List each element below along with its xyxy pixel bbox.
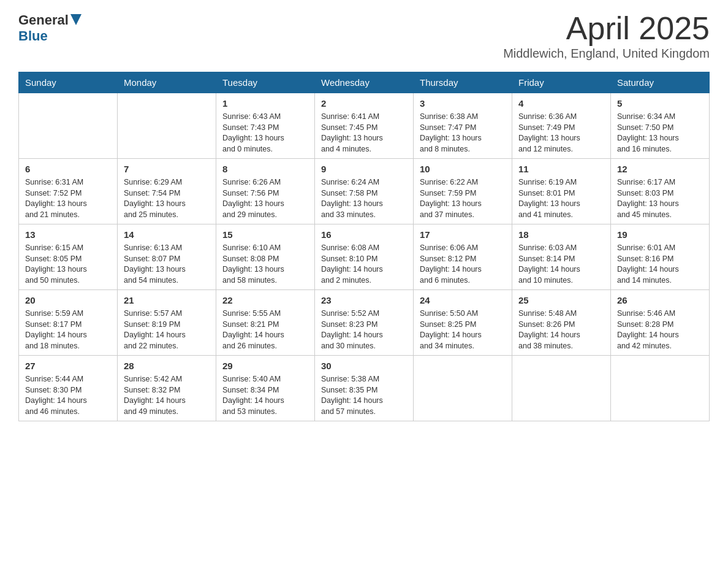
calendar-day-cell: 24Sunrise: 5:50 AMSunset: 8:25 PMDayligh…	[414, 290, 512, 356]
day-number: 16	[321, 228, 407, 241]
svg-marker-0	[70, 14, 82, 25]
calendar-day-cell: 1Sunrise: 6:43 AMSunset: 7:43 PMDaylight…	[216, 93, 315, 159]
calendar-day-cell: 3Sunrise: 6:38 AMSunset: 7:47 PMDaylight…	[414, 93, 512, 159]
day-info: Sunrise: 5:46 AMSunset: 8:28 PMDaylight:…	[617, 308, 703, 351]
day-number: 11	[518, 163, 604, 175]
day-number: 1	[222, 97, 308, 110]
day-number: 30	[321, 359, 407, 372]
day-number: 22	[222, 294, 308, 307]
day-number: 25	[518, 294, 604, 307]
day-info: Sunrise: 5:50 AMSunset: 8:25 PMDaylight:…	[420, 308, 506, 351]
calendar-day-cell: 5Sunrise: 6:34 AMSunset: 7:50 PMDaylight…	[611, 93, 710, 159]
day-info: Sunrise: 5:57 AMSunset: 8:19 PMDaylight:…	[124, 308, 210, 351]
day-info: Sunrise: 6:03 AMSunset: 8:14 PMDaylight:…	[518, 243, 604, 286]
calendar-week-row: 13Sunrise: 6:15 AMSunset: 8:05 PMDayligh…	[19, 224, 710, 290]
day-info: Sunrise: 6:01 AMSunset: 8:16 PMDaylight:…	[617, 243, 703, 286]
calendar-week-row: 27Sunrise: 5:44 AMSunset: 8:30 PMDayligh…	[19, 356, 710, 421]
calendar-day-cell	[611, 356, 710, 421]
calendar-day-cell: 28Sunrise: 5:42 AMSunset: 8:32 PMDayligh…	[118, 356, 216, 421]
weekday-header-friday: Friday	[512, 72, 611, 93]
day-number: 20	[25, 294, 111, 307]
weekday-header-wednesday: Wednesday	[315, 72, 414, 93]
day-number: 23	[321, 294, 407, 307]
day-info: Sunrise: 6:19 AMSunset: 8:01 PMDaylight:…	[518, 177, 604, 220]
day-number: 27	[25, 359, 111, 372]
day-number: 29	[222, 359, 308, 372]
location-subtitle: Middlewich, England, United Kingdom	[503, 47, 710, 61]
weekday-header-monday: Monday	[118, 72, 216, 93]
day-info: Sunrise: 6:34 AMSunset: 7:50 PMDaylight:…	[617, 112, 703, 155]
calendar-week-row: 6Sunrise: 6:31 AMSunset: 7:52 PMDaylight…	[19, 159, 710, 224]
day-number: 15	[222, 228, 308, 241]
calendar-day-cell: 2Sunrise: 6:41 AMSunset: 7:45 PMDaylight…	[315, 93, 414, 159]
day-info: Sunrise: 6:06 AMSunset: 8:12 PMDaylight:…	[420, 243, 506, 286]
calendar-day-cell: 30Sunrise: 5:38 AMSunset: 8:35 PMDayligh…	[315, 356, 414, 421]
day-number: 8	[222, 163, 308, 175]
calendar-day-cell: 12Sunrise: 6:17 AMSunset: 8:03 PMDayligh…	[611, 159, 710, 224]
weekday-header-tuesday: Tuesday	[216, 72, 315, 93]
day-info: Sunrise: 5:59 AMSunset: 8:17 PMDaylight:…	[25, 308, 111, 351]
day-info: Sunrise: 6:43 AMSunset: 7:43 PMDaylight:…	[222, 112, 308, 155]
day-number: 12	[617, 163, 703, 175]
calendar-day-cell: 14Sunrise: 6:13 AMSunset: 8:07 PMDayligh…	[118, 224, 216, 290]
calendar-week-row: 1Sunrise: 6:43 AMSunset: 7:43 PMDaylight…	[19, 93, 710, 159]
day-number: 5	[617, 97, 703, 110]
calendar-day-cell: 25Sunrise: 5:48 AMSunset: 8:26 PMDayligh…	[512, 290, 611, 356]
day-number: 3	[420, 97, 506, 110]
logo: General Blue	[18, 12, 82, 44]
calendar-header-row: SundayMondayTuesdayWednesdayThursdayFrid…	[19, 72, 710, 93]
calendar-table: SundayMondayTuesdayWednesdayThursdayFrid…	[18, 72, 710, 421]
calendar-day-cell: 18Sunrise: 6:03 AMSunset: 8:14 PMDayligh…	[512, 224, 611, 290]
day-info: Sunrise: 6:17 AMSunset: 8:03 PMDaylight:…	[617, 177, 703, 220]
day-number: 10	[420, 163, 506, 175]
logo-blue-text: Blue	[18, 28, 48, 44]
day-info: Sunrise: 6:08 AMSunset: 8:10 PMDaylight:…	[321, 243, 407, 286]
day-info: Sunrise: 5:52 AMSunset: 8:23 PMDaylight:…	[321, 308, 407, 351]
day-info: Sunrise: 6:15 AMSunset: 8:05 PMDaylight:…	[25, 243, 111, 286]
calendar-day-cell: 27Sunrise: 5:44 AMSunset: 8:30 PMDayligh…	[19, 356, 118, 421]
day-number: 13	[25, 228, 111, 241]
calendar-day-cell: 29Sunrise: 5:40 AMSunset: 8:34 PMDayligh…	[216, 356, 315, 421]
day-info: Sunrise: 6:31 AMSunset: 7:52 PMDaylight:…	[25, 177, 111, 220]
calendar-day-cell	[414, 356, 512, 421]
day-info: Sunrise: 6:13 AMSunset: 8:07 PMDaylight:…	[124, 243, 210, 286]
calendar-day-cell	[19, 93, 118, 159]
calendar-day-cell: 19Sunrise: 6:01 AMSunset: 8:16 PMDayligh…	[611, 224, 710, 290]
calendar-day-cell	[118, 93, 216, 159]
calendar-day-cell: 4Sunrise: 6:36 AMSunset: 7:49 PMDaylight…	[512, 93, 611, 159]
page-title: April 2025	[503, 12, 710, 44]
day-info: Sunrise: 5:40 AMSunset: 8:34 PMDaylight:…	[222, 374, 308, 417]
day-number: 21	[124, 294, 210, 307]
calendar-week-row: 20Sunrise: 5:59 AMSunset: 8:17 PMDayligh…	[19, 290, 710, 356]
calendar-day-cell: 13Sunrise: 6:15 AMSunset: 8:05 PMDayligh…	[19, 224, 118, 290]
calendar-day-cell: 7Sunrise: 6:29 AMSunset: 7:54 PMDaylight…	[118, 159, 216, 224]
day-info: Sunrise: 6:24 AMSunset: 7:58 PMDaylight:…	[321, 177, 407, 220]
calendar-day-cell: 26Sunrise: 5:46 AMSunset: 8:28 PMDayligh…	[611, 290, 710, 356]
day-info: Sunrise: 6:10 AMSunset: 8:08 PMDaylight:…	[222, 243, 308, 286]
calendar-day-cell: 10Sunrise: 6:22 AMSunset: 7:59 PMDayligh…	[414, 159, 512, 224]
weekday-header-sunday: Sunday	[19, 72, 118, 93]
logo-arrow-icon	[70, 14, 82, 25]
day-info: Sunrise: 6:41 AMSunset: 7:45 PMDaylight:…	[321, 112, 407, 155]
day-info: Sunrise: 5:38 AMSunset: 8:35 PMDaylight:…	[321, 374, 407, 417]
day-number: 9	[321, 163, 407, 175]
day-number: 7	[124, 163, 210, 175]
day-number: 14	[124, 228, 210, 241]
day-info: Sunrise: 5:44 AMSunset: 8:30 PMDaylight:…	[25, 374, 111, 417]
calendar-day-cell: 22Sunrise: 5:55 AMSunset: 8:21 PMDayligh…	[216, 290, 315, 356]
calendar-day-cell: 16Sunrise: 6:08 AMSunset: 8:10 PMDayligh…	[315, 224, 414, 290]
weekday-header-saturday: Saturday	[611, 72, 710, 93]
day-info: Sunrise: 6:38 AMSunset: 7:47 PMDaylight:…	[420, 112, 506, 155]
day-info: Sunrise: 5:55 AMSunset: 8:21 PMDaylight:…	[222, 308, 308, 351]
day-info: Sunrise: 6:26 AMSunset: 7:56 PMDaylight:…	[222, 177, 308, 220]
calendar-day-cell: 15Sunrise: 6:10 AMSunset: 8:08 PMDayligh…	[216, 224, 315, 290]
calendar-day-cell: 6Sunrise: 6:31 AMSunset: 7:52 PMDaylight…	[19, 159, 118, 224]
day-number: 17	[420, 228, 506, 241]
day-number: 2	[321, 97, 407, 110]
calendar-day-cell: 8Sunrise: 6:26 AMSunset: 7:56 PMDaylight…	[216, 159, 315, 224]
day-info: Sunrise: 6:22 AMSunset: 7:59 PMDaylight:…	[420, 177, 506, 220]
day-number: 18	[518, 228, 604, 241]
day-info: Sunrise: 5:42 AMSunset: 8:32 PMDaylight:…	[124, 374, 210, 417]
day-info: Sunrise: 5:48 AMSunset: 8:26 PMDaylight:…	[518, 308, 604, 351]
day-info: Sunrise: 6:36 AMSunset: 7:49 PMDaylight:…	[518, 112, 604, 155]
